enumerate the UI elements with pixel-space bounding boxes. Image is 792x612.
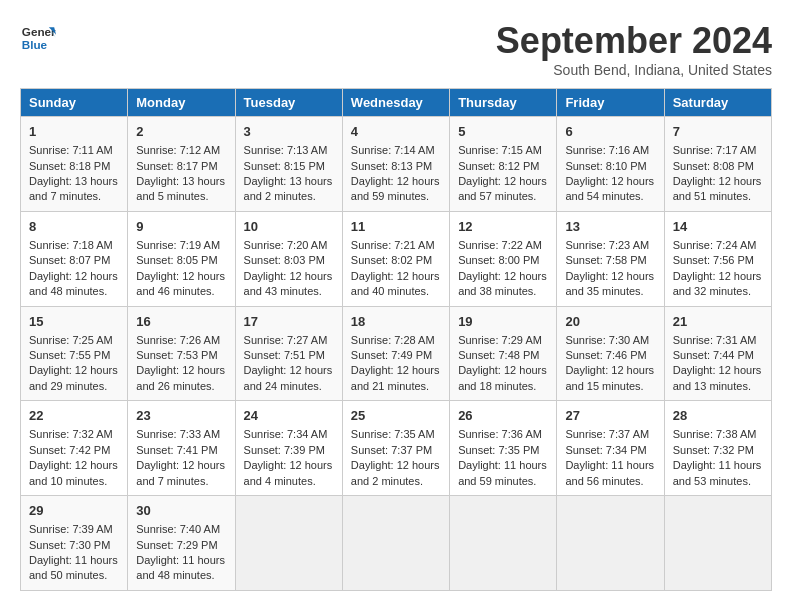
day-info-line: Sunset: 7:39 PM bbox=[244, 443, 334, 458]
col-header-friday: Friday bbox=[557, 89, 664, 117]
calendar-header-row: SundayMondayTuesdayWednesdayThursdayFrid… bbox=[21, 89, 772, 117]
svg-text:Blue: Blue bbox=[22, 38, 48, 51]
day-info-line: Sunset: 8:00 PM bbox=[458, 253, 548, 268]
day-number: 28 bbox=[673, 407, 763, 425]
calendar-cell: 19Sunrise: 7:29 AMSunset: 7:48 PMDayligh… bbox=[450, 306, 557, 401]
day-info-line: and 4 minutes. bbox=[244, 474, 334, 489]
day-number: 21 bbox=[673, 313, 763, 331]
day-info-line: Daylight: 12 hours bbox=[351, 174, 441, 189]
day-info-line: and 48 minutes. bbox=[29, 284, 119, 299]
day-info-line: and 59 minutes. bbox=[351, 189, 441, 204]
day-number: 13 bbox=[565, 218, 655, 236]
day-info-line: Sunrise: 7:27 AM bbox=[244, 333, 334, 348]
day-info-line: and 48 minutes. bbox=[136, 568, 226, 583]
calendar-cell bbox=[235, 496, 342, 591]
day-info-line: Sunset: 8:08 PM bbox=[673, 159, 763, 174]
day-info-line: Sunset: 7:44 PM bbox=[673, 348, 763, 363]
day-info-line: Sunset: 7:58 PM bbox=[565, 253, 655, 268]
day-info-line: Sunset: 8:17 PM bbox=[136, 159, 226, 174]
day-info-line: Sunrise: 7:21 AM bbox=[351, 238, 441, 253]
day-info-line: Daylight: 13 hours bbox=[136, 174, 226, 189]
day-number: 3 bbox=[244, 123, 334, 141]
calendar-cell: 1Sunrise: 7:11 AMSunset: 8:18 PMDaylight… bbox=[21, 117, 128, 212]
calendar-cell: 29Sunrise: 7:39 AMSunset: 7:30 PMDayligh… bbox=[21, 496, 128, 591]
day-number: 5 bbox=[458, 123, 548, 141]
calendar-cell: 16Sunrise: 7:26 AMSunset: 7:53 PMDayligh… bbox=[128, 306, 235, 401]
day-info-line: Daylight: 12 hours bbox=[458, 363, 548, 378]
calendar-title: September 2024 bbox=[496, 20, 772, 62]
day-info-line: Daylight: 12 hours bbox=[673, 269, 763, 284]
calendar-cell: 13Sunrise: 7:23 AMSunset: 7:58 PMDayligh… bbox=[557, 211, 664, 306]
day-info-line: Daylight: 12 hours bbox=[244, 269, 334, 284]
day-info-line: and 59 minutes. bbox=[458, 474, 548, 489]
calendar-cell: 26Sunrise: 7:36 AMSunset: 7:35 PMDayligh… bbox=[450, 401, 557, 496]
day-number: 12 bbox=[458, 218, 548, 236]
day-info-line: and 2 minutes. bbox=[351, 474, 441, 489]
calendar-cell bbox=[664, 496, 771, 591]
day-info-line: Sunset: 8:03 PM bbox=[244, 253, 334, 268]
day-info-line: and 53 minutes. bbox=[673, 474, 763, 489]
calendar-week-3: 15Sunrise: 7:25 AMSunset: 7:55 PMDayligh… bbox=[21, 306, 772, 401]
calendar-cell: 11Sunrise: 7:21 AMSunset: 8:02 PMDayligh… bbox=[342, 211, 449, 306]
day-info-line: Daylight: 13 hours bbox=[29, 174, 119, 189]
day-info-line: and 35 minutes. bbox=[565, 284, 655, 299]
calendar-cell: 25Sunrise: 7:35 AMSunset: 7:37 PMDayligh… bbox=[342, 401, 449, 496]
day-info-line: Sunrise: 7:31 AM bbox=[673, 333, 763, 348]
day-info-line: Daylight: 12 hours bbox=[458, 269, 548, 284]
day-info-line: Sunset: 7:55 PM bbox=[29, 348, 119, 363]
day-info-line: Sunrise: 7:14 AM bbox=[351, 143, 441, 158]
calendar-cell: 30Sunrise: 7:40 AMSunset: 7:29 PMDayligh… bbox=[128, 496, 235, 591]
day-number: 19 bbox=[458, 313, 548, 331]
day-info-line: Sunrise: 7:33 AM bbox=[136, 427, 226, 442]
day-info-line: and 54 minutes. bbox=[565, 189, 655, 204]
day-info-line: Sunset: 8:02 PM bbox=[351, 253, 441, 268]
calendar-cell: 20Sunrise: 7:30 AMSunset: 7:46 PMDayligh… bbox=[557, 306, 664, 401]
calendar-cell: 4Sunrise: 7:14 AMSunset: 8:13 PMDaylight… bbox=[342, 117, 449, 212]
day-number: 27 bbox=[565, 407, 655, 425]
day-info-line: Daylight: 12 hours bbox=[673, 174, 763, 189]
day-info-line: and 29 minutes. bbox=[29, 379, 119, 394]
day-info-line: Daylight: 12 hours bbox=[136, 363, 226, 378]
calendar-week-1: 1Sunrise: 7:11 AMSunset: 8:18 PMDaylight… bbox=[21, 117, 772, 212]
day-number: 25 bbox=[351, 407, 441, 425]
calendar-week-2: 8Sunrise: 7:18 AMSunset: 8:07 PMDaylight… bbox=[21, 211, 772, 306]
day-info-line: Sunset: 7:53 PM bbox=[136, 348, 226, 363]
day-info-line: Sunset: 8:10 PM bbox=[565, 159, 655, 174]
calendar-cell: 28Sunrise: 7:38 AMSunset: 7:32 PMDayligh… bbox=[664, 401, 771, 496]
calendar-table: SundayMondayTuesdayWednesdayThursdayFrid… bbox=[20, 88, 772, 591]
day-info-line: Sunrise: 7:12 AM bbox=[136, 143, 226, 158]
day-info-line: Sunset: 7:30 PM bbox=[29, 538, 119, 553]
day-number: 22 bbox=[29, 407, 119, 425]
calendar-cell: 24Sunrise: 7:34 AMSunset: 7:39 PMDayligh… bbox=[235, 401, 342, 496]
day-number: 2 bbox=[136, 123, 226, 141]
day-info-line: Sunset: 7:42 PM bbox=[29, 443, 119, 458]
day-info-line: and 40 minutes. bbox=[351, 284, 441, 299]
calendar-cell: 15Sunrise: 7:25 AMSunset: 7:55 PMDayligh… bbox=[21, 306, 128, 401]
day-info-line: and 32 minutes. bbox=[673, 284, 763, 299]
day-info-line: Daylight: 11 hours bbox=[673, 458, 763, 473]
day-info-line: and 43 minutes. bbox=[244, 284, 334, 299]
day-info-line: Sunset: 7:51 PM bbox=[244, 348, 334, 363]
day-info-line: Daylight: 12 hours bbox=[29, 458, 119, 473]
logo: General Blue bbox=[20, 20, 56, 56]
day-info-line: Sunrise: 7:18 AM bbox=[29, 238, 119, 253]
day-info-line: Sunrise: 7:36 AM bbox=[458, 427, 548, 442]
day-info-line: Daylight: 12 hours bbox=[565, 269, 655, 284]
day-info-line: Daylight: 12 hours bbox=[136, 269, 226, 284]
day-info-line: Sunrise: 7:35 AM bbox=[351, 427, 441, 442]
day-info-line: and 57 minutes. bbox=[458, 189, 548, 204]
day-info-line: Sunrise: 7:39 AM bbox=[29, 522, 119, 537]
day-info-line: Daylight: 12 hours bbox=[458, 174, 548, 189]
day-number: 1 bbox=[29, 123, 119, 141]
day-info-line: and 7 minutes. bbox=[136, 474, 226, 489]
day-number: 17 bbox=[244, 313, 334, 331]
day-info-line: Sunset: 7:37 PM bbox=[351, 443, 441, 458]
day-number: 29 bbox=[29, 502, 119, 520]
day-info-line: and 50 minutes. bbox=[29, 568, 119, 583]
day-info-line: Sunrise: 7:37 AM bbox=[565, 427, 655, 442]
day-info-line: Sunrise: 7:24 AM bbox=[673, 238, 763, 253]
day-number: 7 bbox=[673, 123, 763, 141]
day-number: 30 bbox=[136, 502, 226, 520]
day-info-line: Sunrise: 7:30 AM bbox=[565, 333, 655, 348]
day-info-line: Sunset: 7:48 PM bbox=[458, 348, 548, 363]
